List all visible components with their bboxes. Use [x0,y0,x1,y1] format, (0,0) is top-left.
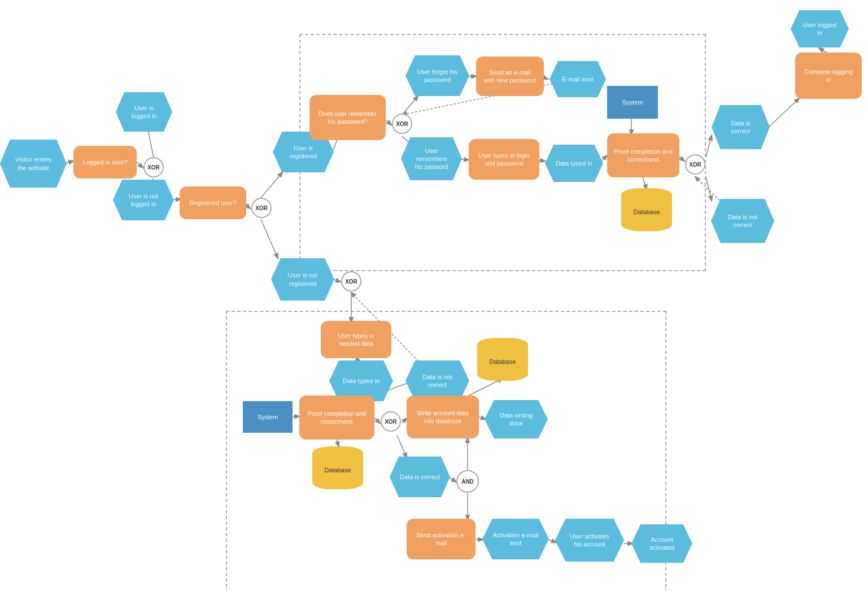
activation-sent-label: Activation e-mail sent [492,531,539,547]
svg-line-16 [601,155,607,161]
xor4-node: XOR [392,114,412,134]
data-writing-done-node: Data writing done [485,400,548,438]
send-email-new-pwd-label: Send an e-mail with new password [483,68,537,85]
data-writing-done-label: Data writing done [495,411,538,428]
database-bottom-node: Database [312,446,363,489]
proof-completion-bottom-node: Proof completion and correctness [299,396,374,440]
xor1-label: XOR [147,164,160,171]
registered-user-label: Registered user? [189,199,237,207]
user-remembers-node: User remembers his pasword [401,137,462,180]
does-user-remember-label: Does user remember his password? [316,110,379,126]
svg-line-36 [449,477,456,482]
svg-line-22 [768,98,799,128]
svg-line-32 [402,418,407,423]
send-email-new-pwd-node: Send an e-mail with new password [476,57,544,96]
write-account-node: Write account data into database [407,396,479,438]
database-mid-label: Database [489,358,516,366]
svg-line-24 [333,279,341,282]
xor2-node: XOR [251,198,272,218]
xor5-node: XOR [685,154,705,175]
send-activation-node: Send activation e-mail [407,519,476,559]
data-correct-bottom-label: Data is correct [400,473,440,481]
user-not-registered-node: User is not registered [271,258,334,301]
logged-in-user-label: Logged in user? [83,158,128,166]
data-not-correct-top-label: Data is not correct [721,213,764,229]
system-top-node: System [607,86,658,119]
xor6-node: XOR [381,411,401,432]
svg-line-10 [402,96,418,115]
xor4-label: XOR [396,120,408,128]
visitor-node: Visitor enters the website [0,140,67,188]
user-registered-label: User is registered [283,144,324,160]
user-logged-in2-label: User logged in [801,21,839,37]
user-not-registered-label: User is not registered [281,271,324,288]
user-forgot-node: User forgot his password [405,55,469,96]
data-correct-top-node: Data is correct [712,105,770,149]
xor2-label: XOR [255,205,268,212]
complete-logging-label: Complete logging in [802,68,855,84]
xor3-label: XOR [345,278,357,285]
and1-node: AND [456,470,479,493]
email-sent-top-label: E-mail sent [562,75,593,83]
svg-line-35 [397,435,407,458]
visitor-label: Visitor enters the website [10,155,56,172]
database-top-node: Database [621,188,672,231]
logged-in-user-node: Logged in user? [73,146,137,179]
account-activated-label: Account activated [642,536,682,552]
data-not-correct-top-node: Data is not correct [711,199,774,243]
registered-user-node: Registered user? [180,186,246,219]
user-types-needed-label: User types in needed data [328,332,385,348]
activation-sent-node: Activation e-mail sent [482,519,549,559]
user-not-logged-in-node: User is not logged in [113,180,174,220]
user-not-logged-in-label: User is not logged in [123,192,164,208]
data-correct-bottom-node: Data is correct [390,457,450,497]
system-bottom-node: System [243,401,293,433]
svg-line-20 [706,136,712,157]
and1-label: AND [461,478,474,485]
database-mid-node: Database [477,338,528,381]
send-activation-label: Send activation e-mail [413,531,469,547]
user-logged-in2-node: User logged in [791,10,849,47]
svg-line-34 [469,379,503,396]
proof-completion-top-label: Proof completion and correctness [614,147,673,164]
user-activates-node: User activates his account [555,519,624,562]
diagram-canvas: Visitor enters the website Logged in use… [0,0,868,591]
complete-logging-node: Complete logging in [795,53,862,99]
system-top-label: System [622,98,643,106]
svg-line-40 [548,540,556,542]
database-top-label: Database [633,208,660,216]
proof-completion-top-node: Proof completion and correctness [607,133,679,177]
xor1-node: XOR [143,157,164,177]
database-bottom-label: Database [324,466,351,474]
svg-line-6 [261,172,282,198]
svg-line-7 [261,219,278,258]
user-logged-in-node: User is logged in [116,92,172,132]
xor5-label: XOR [689,161,701,168]
user-logged-in-label: User is logged in [126,104,162,120]
user-types-login-label: User types in login and password [476,151,533,168]
user-activates-label: User activates his account [565,532,614,549]
system-bottom-label: System [258,413,278,421]
user-forgot-label: User forgot his password [416,68,459,84]
data-not-correct-bottom-label: Data is not correct [416,373,459,389]
data-typed-bottom-label: Data typed in [343,377,380,385]
email-sent-top-node: E-mail sent [549,61,606,97]
proof-completion-bottom-label: Proof completion and correctness [306,410,368,426]
user-remembers-label: User remembers his pasword [411,147,452,171]
data-typed-top-node: Data typed in [545,145,603,182]
data-typed-top-label: Data typed in [556,159,592,167]
does-user-remember-node: Does user remember his password? [309,95,386,140]
user-types-needed-node: User types in needed data [321,321,391,358]
xor3-node: XOR [341,271,361,292]
write-account-label: Write account data into database [413,409,472,425]
svg-line-18 [643,177,647,189]
svg-line-21 [706,177,712,201]
data-correct-top-label: Data is correct [722,119,760,136]
account-activated-node: Account activated [631,524,692,563]
xor6-label: XOR [385,418,397,425]
user-types-login-node: User types in login and password [469,139,539,180]
